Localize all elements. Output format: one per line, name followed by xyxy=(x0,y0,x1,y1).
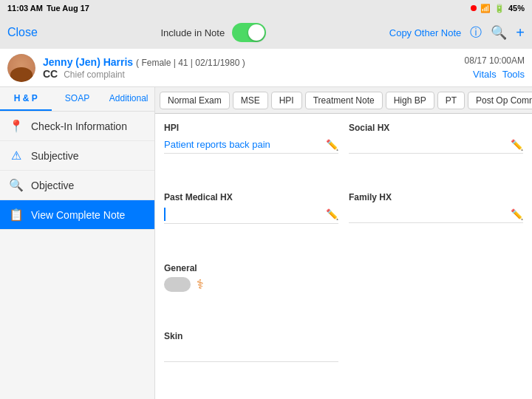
tab-treatment-note[interactable]: Treatment Note xyxy=(305,92,383,109)
tab-hap[interactable]: H & P xyxy=(0,87,52,111)
skin-field[interactable] xyxy=(164,344,338,362)
sidebar-items: 📍 Check-In Information ⚠ Subjective 🔍 Ob… xyxy=(0,112,154,399)
sidebar: H & P SOAP Additional 📍 Check-In Informa… xyxy=(0,87,155,399)
status-dot xyxy=(471,5,477,11)
tab-normal-exam[interactable]: Normal Exam xyxy=(160,92,230,109)
chief-complaint: Chief complaint xyxy=(64,69,125,80)
battery-level: 45% xyxy=(508,4,525,13)
content-area: Normal Exam MSE HPI Treatment Note High … xyxy=(155,87,532,399)
hpi-section: HPI Patient reports back pain ✏️ xyxy=(161,120,341,185)
tools-button[interactable]: Tools xyxy=(502,69,525,80)
note-icon: 📋 xyxy=(9,208,24,222)
include-note-label: Include in Note xyxy=(160,27,225,38)
tab-post-op[interactable]: Post Op Comments xyxy=(468,92,532,109)
hpi-label: HPI xyxy=(164,123,338,133)
social-hx-field[interactable]: ✏️ xyxy=(349,136,523,154)
vitals-button[interactable]: Vitals xyxy=(473,69,497,80)
status-time: 11:03 AM xyxy=(7,4,43,13)
past-medical-hx-edit-icon[interactable]: ✏️ xyxy=(326,208,338,220)
patient-date: 08/17 10:00AM xyxy=(465,55,525,66)
general-section: General ⚕ xyxy=(161,260,341,324)
objective-icon: 🔍 xyxy=(9,178,24,192)
top-nav: Close Include in Note Copy Other Note ⓘ … xyxy=(0,16,532,49)
family-hx-edit-icon[interactable]: ✏️ xyxy=(511,208,523,220)
general-toggle[interactable] xyxy=(164,277,191,292)
copy-other-button[interactable]: Copy Other Note xyxy=(389,27,462,38)
skin-label: Skin xyxy=(164,331,338,341)
general-label: General xyxy=(164,263,338,273)
past-medical-hx-section: Past Medical HX ✏️ xyxy=(161,189,341,255)
tab-soap[interactable]: SOAP xyxy=(52,87,103,111)
family-hx-field[interactable]: ✏️ xyxy=(349,205,523,223)
include-note-toggle[interactable] xyxy=(232,23,266,42)
wifi-icon: 📶 xyxy=(480,4,491,13)
add-icon[interactable]: + xyxy=(516,24,525,41)
patient-name[interactable]: Jenny (Jen) Harris xyxy=(43,56,133,68)
family-hx-section: Family HX ✏️ xyxy=(346,189,526,255)
patient-info: ( Female | 41 | 02/11/1980 ) xyxy=(136,58,245,68)
sidebar-item-complete-note[interactable]: 📋 View Complete Note xyxy=(0,200,154,230)
cc-label: CC xyxy=(43,68,58,80)
sidebar-item-checkin-label: Check-In Information xyxy=(31,120,127,132)
patient-header: Jenny (Jen) Harris ( Female | 41 | 02/11… xyxy=(0,49,532,87)
info-icon[interactable]: ⓘ xyxy=(470,25,482,41)
status-bar: 11:03 AM Tue Aug 17 📶 🔋 45% xyxy=(0,0,532,16)
tab-mse[interactable]: MSE xyxy=(233,92,268,109)
sidebar-item-subjective-label: Subjective xyxy=(31,150,79,162)
hpi-field[interactable]: Patient reports back pain ✏️ xyxy=(164,136,338,154)
form-content: HPI Patient reports back pain ✏️ Social … xyxy=(155,114,532,399)
tab-pt[interactable]: PT xyxy=(437,92,465,109)
sidebar-item-objective-label: Objective xyxy=(31,180,74,191)
sidebar-item-subjective[interactable]: ⚠ Subjective xyxy=(0,141,154,171)
social-hx-edit-icon[interactable]: ✏️ xyxy=(511,139,523,151)
social-hx-section: Social HX ✏️ xyxy=(346,120,526,185)
sidebar-item-checkin[interactable]: 📍 Check-In Information xyxy=(0,112,154,141)
alert-icon: ⚠ xyxy=(9,149,24,163)
sidebar-tabs: H & P SOAP Additional xyxy=(0,87,154,112)
tab-hpi[interactable]: HPI xyxy=(271,92,302,109)
status-date: Tue Aug 17 xyxy=(47,4,89,13)
location-icon: 📍 xyxy=(9,119,24,133)
battery-icon: 🔋 xyxy=(494,4,505,13)
past-medical-hx-field[interactable]: ✏️ xyxy=(164,205,338,224)
hpi-value: Patient reports back pain xyxy=(164,139,270,150)
general-icon: ⚕ xyxy=(197,276,204,293)
avatar xyxy=(7,54,35,82)
skin-section: Skin xyxy=(161,328,341,393)
main-container: H & P SOAP Additional 📍 Check-In Informa… xyxy=(0,87,532,399)
family-hx-label: Family HX xyxy=(349,192,523,202)
search-icon[interactable]: 🔍 xyxy=(491,24,507,41)
content-toolbar: Normal Exam MSE HPI Treatment Note High … xyxy=(155,87,532,114)
hpi-edit-icon[interactable]: ✏️ xyxy=(326,139,338,151)
sidebar-item-objective[interactable]: 🔍 Objective xyxy=(0,171,154,200)
past-medical-hx-label: Past Medical HX xyxy=(164,192,338,202)
social-hx-label: Social HX xyxy=(349,123,523,133)
tab-high-bp[interactable]: High BP xyxy=(386,92,434,109)
tab-additional[interactable]: Additional xyxy=(103,87,154,111)
sidebar-item-completenote-label: View Complete Note xyxy=(31,209,125,221)
close-button[interactable]: Close xyxy=(7,26,38,39)
